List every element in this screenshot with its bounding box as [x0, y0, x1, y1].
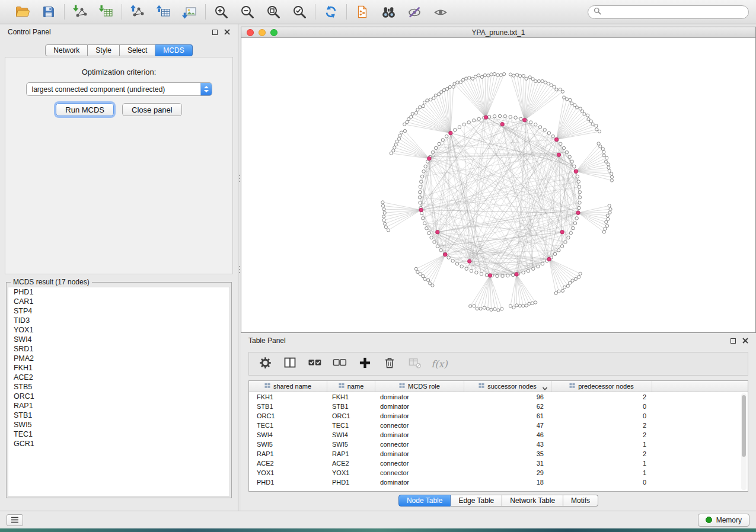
table-row[interactable]: RAP1RAP1dominator352 [249, 449, 748, 459]
table-row[interactable]: FKH1FKH1dominator962 [249, 392, 748, 402]
mcds-node-item[interactable]: FKH1 [8, 363, 229, 373]
show-panels-button[interactable] [7, 514, 23, 526]
refresh-layout-button[interactable] [322, 3, 340, 21]
run-mcds-button[interactable]: Run MCDS [56, 103, 114, 116]
column-header-MCDS-role[interactable]: MCDS role [375, 381, 464, 392]
network-window-titlebar[interactable]: YPA_prune.txt_1 [241, 27, 755, 38]
export-table-button[interactable] [155, 3, 173, 21]
zoom-out-button[interactable] [238, 3, 256, 21]
table-cell: dominator [375, 412, 464, 419]
table-row[interactable]: SWI4SWI4dominator462 [249, 430, 748, 440]
share-document-button[interactable] [353, 3, 371, 21]
mcds-node-item[interactable]: STB1 [8, 411, 229, 420]
window-close-icon[interactable] [247, 29, 254, 36]
window-maximize-icon[interactable] [270, 29, 277, 36]
chevron-down-icon[interactable] [543, 384, 547, 392]
mcds-node-item[interactable]: STP4 [8, 306, 229, 316]
save-session-button[interactable] [40, 3, 58, 21]
mcds-node-item[interactable]: TEC1 [8, 430, 229, 439]
table-row[interactable]: TEC1TEC1connector472 [249, 421, 748, 430]
memory-button[interactable]: Memory [698, 514, 749, 527]
column-header-predecessor-nodes[interactable]: predecessor nodes [551, 381, 652, 392]
table-panel-title: Table Panel [248, 336, 286, 345]
float-panel-icon[interactable] [212, 30, 218, 35]
splitter-grip[interactable] [238, 171, 241, 186]
table-row[interactable]: SWI5SWI5connector431 [249, 440, 748, 449]
table-panel: Table Panel f(x) shared namenameMCDS rol… [241, 333, 756, 511]
mcds-node-item[interactable]: SWI5 [8, 420, 229, 430]
delete-column-button[interactable] [382, 356, 397, 371]
tab-edge-table[interactable]: Edge Table [451, 495, 502, 507]
network-view-window: YPA_prune.txt_1 [241, 27, 756, 333]
zoom-selected-button[interactable] [291, 3, 308, 21]
splitter-grip[interactable] [238, 262, 241, 277]
tab-select[interactable]: Select [120, 44, 155, 56]
close-panel-icon[interactable] [224, 29, 230, 35]
close-panel-icon[interactable] [742, 338, 748, 344]
zoom-in-button[interactable] [212, 3, 230, 21]
mcds-node-item[interactable]: SRD1 [8, 344, 229, 354]
scrollbar-thumb[interactable] [742, 395, 746, 457]
mcds-node-item[interactable]: ACE2 [8, 373, 229, 382]
mcds-node-item[interactable]: GCR1 [8, 439, 229, 448]
select-all-button[interactable] [307, 356, 323, 371]
mcds-node-item[interactable]: ORC1 [8, 392, 229, 401]
import-network-button[interactable] [71, 3, 89, 21]
column-type-icon [339, 383, 344, 390]
control-panel: Control Panel NetworkStyleSelectMCDS Opt… [0, 24, 238, 511]
search-input[interactable] [605, 7, 743, 17]
hide-selected-button[interactable] [406, 3, 423, 21]
table-cell: ACE2 [249, 460, 327, 467]
table-scrollbar[interactable] [741, 393, 747, 490]
float-panel-icon[interactable] [731, 338, 736, 344]
search-box[interactable] [588, 5, 749, 19]
search-network-button[interactable] [379, 3, 397, 21]
column-header-shared-name[interactable]: shared name [249, 381, 327, 392]
tab-node-table[interactable]: Node Table [398, 495, 451, 507]
mcds-node-item[interactable]: PMA2 [8, 354, 229, 363]
table-row[interactable]: ACE2ACE2connector311 [249, 459, 748, 468]
tab-mcds[interactable]: MCDS [155, 44, 192, 56]
window-minimize-icon[interactable] [259, 29, 266, 36]
open-session-button[interactable] [14, 3, 31, 21]
tab-motifs[interactable]: Motifs [563, 495, 598, 507]
show-selected-button[interactable] [432, 3, 449, 21]
mcds-node-item[interactable]: RAP1 [8, 401, 229, 411]
mcds-node-item[interactable]: PHD1 [8, 287, 229, 297]
zoom-out-icon [240, 4, 255, 20]
combo-stepper-icon [200, 83, 212, 95]
show-column-button[interactable] [282, 356, 298, 371]
mcds-node-item[interactable]: CAR1 [8, 297, 229, 306]
mcds-result-group: MCDS result (17 nodes) PHD1CAR1STP4TID3Y… [6, 278, 232, 498]
tab-network[interactable]: Network [45, 44, 88, 56]
network-canvas[interactable] [241, 38, 755, 332]
table-cell: 1 [551, 460, 652, 467]
table-cell: ACE2 [327, 460, 375, 467]
table-settings-button[interactable] [257, 356, 273, 371]
table-cell: 18 [464, 479, 551, 486]
tab-style[interactable]: Style [88, 44, 120, 56]
mcds-node-item[interactable]: STB5 [8, 382, 229, 392]
column-header-successor-nodes[interactable]: successor nodes [464, 381, 551, 392]
table-row[interactable]: YOX1YOX1connector291 [249, 468, 748, 477]
table-row[interactable]: STB1STB1dominator620 [249, 402, 748, 411]
import-table-button[interactable] [97, 3, 115, 21]
mcds-node-item[interactable]: YOX1 [8, 325, 229, 335]
table-row[interactable]: ORC1ORC1dominator610 [249, 411, 748, 421]
zoom-fit-button[interactable] [264, 3, 282, 21]
deselect-all-button[interactable] [332, 356, 347, 371]
create-column-button[interactable] [357, 356, 372, 371]
tab-network-table[interactable]: Network Table [502, 495, 563, 507]
table-row[interactable]: PHD1PHD1dominator180 [249, 477, 748, 487]
optimization-criterion-select[interactable]: largest connected component (undirected) [26, 82, 212, 96]
close-panel-button[interactable]: Close panel [122, 103, 182, 116]
column-header-name[interactable]: name [327, 381, 375, 392]
mcds-node-item[interactable]: SWI4 [8, 335, 229, 344]
mcds-node-item[interactable]: TID3 [8, 316, 229, 325]
columns-icon [283, 356, 296, 371]
export-image-button[interactable] [181, 3, 199, 21]
table-cell: SWI5 [249, 441, 327, 448]
export-network-button[interactable] [129, 3, 146, 21]
zoom-in-icon [213, 4, 229, 20]
table-cell: FKH1 [249, 393, 327, 400]
